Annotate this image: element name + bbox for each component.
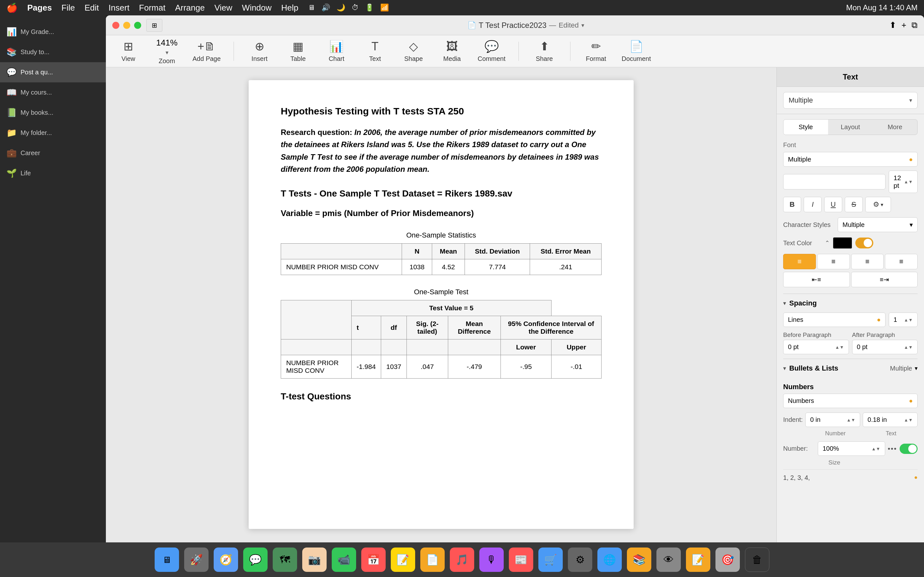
tab-more[interactable]: More bbox=[873, 119, 917, 135]
dock-launchpad[interactable]: 🚀 bbox=[184, 548, 208, 572]
dock-keynote[interactable]: 🎯 bbox=[716, 548, 740, 572]
pages-menu[interactable]: Pages bbox=[27, 3, 52, 13]
tab-layout[interactable]: Layout bbox=[828, 119, 873, 135]
sidebar-item-folder[interactable]: 📁 My folder... bbox=[0, 123, 106, 143]
indent-number-input[interactable]: 0 in ▲▼ bbox=[805, 413, 860, 427]
format-button[interactable]: ✏ Format bbox=[583, 40, 609, 63]
view-button[interactable]: ⊞ View bbox=[115, 40, 141, 63]
font-size-stepper[interactable]: ▲▼ bbox=[904, 179, 913, 184]
align-left-button[interactable]: ≡ bbox=[783, 254, 816, 269]
sidebar-item-books[interactable]: 📗 My books... bbox=[0, 103, 106, 123]
dock-calendar[interactable]: 📅 bbox=[361, 548, 386, 572]
zoom-arrow: ▾ bbox=[166, 49, 168, 56]
bullets-section-header[interactable]: ▾ Bullets & Lists Multiple ▾ bbox=[783, 359, 918, 378]
font-size-field[interactable]: 12 pt ▲▼ bbox=[889, 171, 918, 193]
number-toggle[interactable] bbox=[900, 444, 918, 454]
format-menu[interactable]: Format bbox=[139, 3, 165, 13]
before-paragraph-input[interactable]: 0 pt ▲▼ bbox=[783, 340, 849, 354]
indent-text-stepper[interactable]: ▲▼ bbox=[904, 417, 913, 422]
chart-button[interactable]: 📊 Chart bbox=[324, 40, 349, 63]
after-paragraph-input[interactable]: 0 pt ▲▼ bbox=[852, 340, 918, 354]
number-pct-input[interactable]: 100% ▲▼ bbox=[818, 442, 885, 456]
help-menu[interactable]: Help bbox=[281, 3, 298, 13]
underline-button[interactable]: U bbox=[824, 197, 842, 212]
table-button[interactable]: ▦ Table bbox=[285, 40, 311, 63]
add-icon[interactable]: + bbox=[901, 20, 906, 30]
document-button[interactable]: 📄 Document bbox=[622, 40, 651, 63]
text-color-swatch[interactable] bbox=[833, 237, 852, 249]
char-styles-dropdown[interactable]: Multiple ▾ bbox=[838, 218, 918, 232]
italic-button[interactable]: I bbox=[804, 197, 822, 212]
dock-photos[interactable]: 📷 bbox=[302, 548, 326, 572]
lines-stepper[interactable]: ▲▼ bbox=[904, 318, 913, 322]
numbers-dropdown[interactable]: Numbers ● bbox=[783, 394, 918, 408]
font-style-field[interactable] bbox=[783, 174, 885, 189]
increase-indent-button[interactable]: ≡⇥ bbox=[851, 272, 918, 287]
bold-button[interactable]: B bbox=[783, 197, 801, 212]
window-menu[interactable]: Window bbox=[242, 3, 271, 13]
dock-music[interactable]: 🎵 bbox=[450, 548, 474, 572]
sidebar-toggle[interactable]: ⊞ bbox=[146, 19, 162, 32]
add-page-button[interactable]: +🗎 Add Page bbox=[192, 40, 221, 63]
dock-finder[interactable]: 🖥 bbox=[155, 548, 179, 572]
align-right-button[interactable]: ≡ bbox=[851, 254, 884, 269]
dock-facetime[interactable]: 📹 bbox=[332, 548, 356, 572]
multiple-dropdown[interactable]: Multiple ▾ bbox=[783, 92, 918, 109]
edit-menu[interactable]: Edit bbox=[85, 3, 99, 13]
dock-books[interactable]: 📚 bbox=[627, 548, 651, 572]
align-center-button[interactable]: ≡ bbox=[817, 254, 850, 269]
tab-style[interactable]: Style bbox=[783, 119, 828, 135]
maximize-button[interactable] bbox=[134, 22, 141, 29]
apple-menu[interactable]: 🍎 bbox=[6, 3, 18, 13]
view-menu[interactable]: View bbox=[214, 3, 232, 13]
dock-podcasts[interactable]: 🎙 bbox=[479, 548, 504, 572]
number-pct-stepper[interactable]: ▲▼ bbox=[871, 446, 880, 451]
dock-settings[interactable]: ⚙ bbox=[568, 548, 592, 572]
insert-menu[interactable]: Insert bbox=[108, 3, 129, 13]
file-menu[interactable]: File bbox=[61, 3, 75, 13]
dock-chrome[interactable]: 🌐 bbox=[598, 548, 622, 572]
shape-button[interactable]: ◇ Shape bbox=[401, 40, 426, 63]
sidebar-item-courses[interactable]: 📖 My cours... bbox=[0, 82, 106, 103]
sidebar-item-postq[interactable]: 💬 Post a qu... bbox=[0, 62, 106, 82]
copy-icon[interactable]: ⧉ bbox=[911, 20, 918, 30]
comment-button[interactable]: 💬 Comment bbox=[478, 40, 506, 63]
zoom-button[interactable]: 141% ▾ Zoom bbox=[154, 38, 180, 65]
text-color-toggle[interactable] bbox=[855, 237, 873, 248]
close-button[interactable] bbox=[112, 22, 120, 29]
strikethrough-button[interactable]: S bbox=[845, 197, 863, 212]
share-button[interactable]: ⬆ Share bbox=[531, 40, 557, 63]
dock-messages[interactable]: 💬 bbox=[243, 548, 268, 572]
sidebar-item-career[interactable]: 💼 Career bbox=[0, 143, 106, 163]
align-justify-button[interactable]: ≡ bbox=[885, 254, 918, 269]
indent-text-input[interactable]: 0.18 in ▲▼ bbox=[863, 413, 918, 427]
dock-notes[interactable]: 📝 bbox=[391, 548, 415, 572]
before-paragraph-stepper[interactable]: ▲▼ bbox=[835, 345, 844, 350]
dock-news[interactable]: 📰 bbox=[509, 548, 533, 572]
text-options-button[interactable]: ⚙ ▾ bbox=[865, 197, 891, 212]
insert-button[interactable]: ⊕ Insert bbox=[247, 40, 272, 63]
lines-value-field[interactable]: 1 ▲▼ bbox=[889, 313, 918, 327]
dock-pages2[interactable]: 📝 bbox=[686, 548, 710, 572]
arrange-menu[interactable]: Arrange bbox=[175, 3, 205, 13]
indent-number-stepper[interactable]: ▲▼ bbox=[846, 417, 855, 422]
dock-trash[interactable]: 🗑 bbox=[745, 548, 769, 572]
text-button[interactable]: T Text bbox=[362, 40, 388, 63]
dock-maps[interactable]: 🗺 bbox=[273, 548, 297, 572]
share-icon[interactable]: ⬆ bbox=[889, 20, 897, 30]
after-paragraph-stepper[interactable]: ▲▼ bbox=[904, 345, 913, 350]
dock-safari[interactable]: 🧭 bbox=[214, 548, 238, 572]
decrease-indent-button[interactable]: ⇤≡ bbox=[783, 272, 850, 287]
sidebar-item-grades[interactable]: 📊 My Grade... bbox=[0, 22, 106, 42]
sidebar-item-life[interactable]: 🌱 Life bbox=[0, 163, 106, 183]
document-area[interactable]: Hypothesis Testing with T tests STA 250 … bbox=[106, 67, 776, 542]
sidebar-item-study[interactable]: 📚 Study to... bbox=[0, 42, 106, 62]
dock-pages[interactable]: 📄 bbox=[420, 548, 445, 572]
dock-preview[interactable]: 👁 bbox=[656, 548, 681, 572]
minimize-button[interactable] bbox=[123, 22, 130, 29]
font-name-dropdown[interactable]: Multiple ● bbox=[783, 152, 918, 167]
dock-appstore[interactable]: 🛒 bbox=[538, 548, 563, 572]
spacing-section-header[interactable]: ▾ Spacing bbox=[783, 293, 918, 313]
lines-dropdown[interactable]: Lines ● bbox=[783, 313, 885, 327]
media-button[interactable]: 🖼 Media bbox=[439, 40, 465, 63]
